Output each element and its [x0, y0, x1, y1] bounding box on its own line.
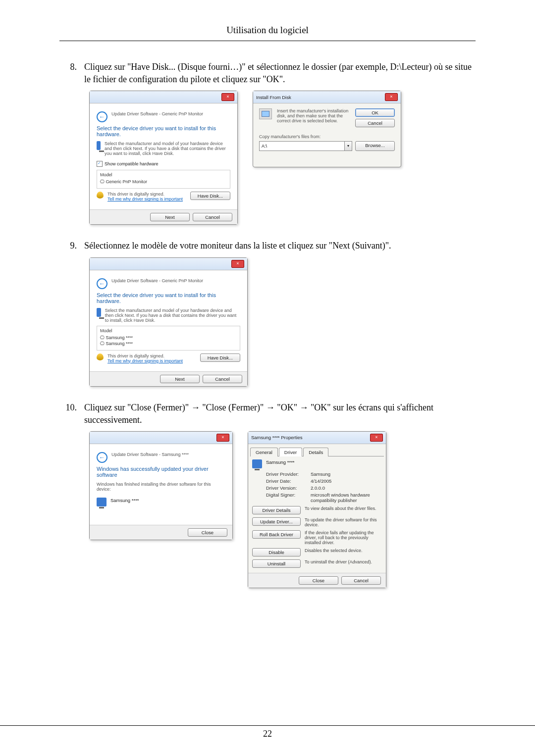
- close-button[interactable]: Close: [188, 528, 227, 537]
- uninstall-button[interactable]: Uninstall: [252, 559, 301, 568]
- show-compatible-checkbox[interactable]: Show compatible hardware: [97, 161, 230, 167]
- dialog-update-driver-1: × ← Update Driver Software - Generic PnP…: [89, 91, 238, 225]
- signed-text: This driver is digitally signed.: [107, 353, 196, 358]
- window-title: Samsung **** Properties: [251, 435, 303, 440]
- signer-key: Digital Signer:: [266, 492, 311, 503]
- chevron-down-icon[interactable]: ▾: [344, 142, 352, 151]
- breadcrumb: Update Driver Software - Generic PnP Mon…: [111, 278, 240, 283]
- rollback-button[interactable]: Roll Back Driver: [252, 530, 301, 539]
- driver-details-desc: To view details about the driver files.: [305, 506, 382, 511]
- disable-desc: Disables the selected device.: [305, 548, 382, 553]
- dialog-heading: Select the device driver you want to ins…: [97, 125, 230, 137]
- breadcrumb: Update Driver Software - Samsung ****: [111, 452, 225, 457]
- copy-from-label: Copy manufacturer's files from:: [259, 134, 395, 139]
- step-text: Cliquez sur "Have Disk... (Disque fourni…: [84, 61, 476, 86]
- provider-key: Driver Provider:: [266, 471, 311, 477]
- step-8: 8. Cliquez sur "Have Disk... (Disque fou…: [59, 61, 476, 86]
- tab-details[interactable]: Details: [303, 448, 328, 456]
- driver-details-button[interactable]: Driver Details: [252, 506, 301, 514]
- next-button[interactable]: Next: [160, 375, 200, 383]
- close-icon[interactable]: ×: [370, 434, 383, 442]
- step-number: 9.: [59, 240, 84, 252]
- page-number: 22: [0, 725, 535, 739]
- have-disk-button[interactable]: Have Disk...: [190, 192, 230, 200]
- dialog-note: Select the manufacturer and model of you…: [105, 308, 240, 323]
- uninstall-desc: To uninstall the driver (Advanced).: [305, 559, 382, 564]
- path-input[interactable]: [260, 142, 344, 151]
- browse-button[interactable]: Browse...: [355, 141, 395, 151]
- tab-general[interactable]: General: [250, 448, 278, 456]
- device-name: Samsung ****: [110, 498, 139, 503]
- disk-icon: [259, 108, 272, 119]
- back-icon[interactable]: ←: [97, 278, 107, 289]
- cancel-button[interactable]: Cancel: [341, 576, 381, 585]
- window-titlebar: Install From Disk ×: [253, 91, 401, 103]
- cancel-button[interactable]: Cancel: [203, 375, 242, 383]
- window-titlebar: ×: [90, 258, 247, 270]
- model-item[interactable]: 🖵 Generic PnP Monitor: [100, 179, 227, 185]
- dialog-properties: Samsung **** Properties × General Driver…: [248, 431, 386, 588]
- window-titlebar: Samsung **** Properties ×: [248, 432, 386, 444]
- close-icon[interactable]: ×: [216, 434, 229, 442]
- monitor-icon: [97, 498, 107, 506]
- rollback-desc: If the device fails after updating the d…: [305, 530, 382, 545]
- shield-icon: [97, 353, 104, 360]
- dialog-update-driver-2: × ← Update Driver Software - Generic PnP…: [89, 257, 248, 387]
- dialog-heading: Windows has successfully updated your dr…: [97, 466, 225, 478]
- model-header: Model: [100, 172, 227, 177]
- step-9: 9. Sélectionnez le modèle de votre monit…: [59, 240, 476, 252]
- step-text: Sélectionnez le modèle de votre moniteur…: [84, 240, 476, 252]
- monitor-icon: [97, 308, 101, 317]
- close-icon[interactable]: ×: [231, 260, 244, 268]
- monitor-icon: [252, 459, 262, 468]
- back-icon[interactable]: ←: [97, 111, 107, 122]
- ok-button[interactable]: OK: [355, 108, 395, 117]
- device-name: Samsung ****: [266, 459, 295, 465]
- window-title: Install From Disk: [256, 95, 291, 100]
- signed-text: This driver is digitally signed.: [107, 192, 186, 197]
- close-button[interactable]: Close: [299, 576, 338, 585]
- breadcrumb: Update Driver Software - Generic PnP Mon…: [111, 111, 230, 116]
- update-driver-button[interactable]: Update Driver...: [252, 517, 301, 526]
- monitor-icon: [97, 141, 101, 150]
- disable-button[interactable]: Disable: [252, 548, 301, 556]
- finished-line: Windows has finished installing the driv…: [97, 482, 225, 492]
- install-message: Insert the manufacturer's installation d…: [277, 108, 350, 127]
- step-10: 10. Cliquez sur "Close (Fermer)" → "Clos…: [59, 402, 476, 426]
- date-key: Driver Date:: [266, 478, 311, 484]
- step-text: Cliquez sur "Close (Fermer)" → "Close (F…: [84, 402, 476, 426]
- signer-value: microsoft windows hardware compatibility…: [311, 492, 382, 503]
- model-header: Model: [100, 328, 237, 333]
- model-item[interactable]: 🖵 Samsung ****: [100, 341, 237, 347]
- close-icon[interactable]: ×: [385, 93, 398, 101]
- version-value: 2.0.0.0: [311, 485, 382, 491]
- update-driver-desc: To update the driver software for this d…: [305, 517, 382, 527]
- dialog-update-success: × ← Update Driver Software - Samsung ***…: [89, 431, 233, 540]
- step-number: 8.: [59, 61, 84, 86]
- dialog-heading: Select the device driver you want to ins…: [97, 292, 240, 304]
- shield-icon: [97, 192, 104, 199]
- date-value: 4/14/2005: [311, 478, 382, 484]
- next-button[interactable]: Next: [150, 213, 190, 221]
- cancel-button[interactable]: Cancel: [193, 213, 232, 221]
- have-disk-button[interactable]: Have Disk...: [200, 353, 240, 362]
- provider-value: Samsung: [311, 471, 382, 477]
- cancel-button[interactable]: Cancel: [355, 119, 395, 127]
- checkbox-icon: [97, 161, 103, 167]
- tab-driver[interactable]: Driver: [279, 448, 302, 456]
- version-key: Driver Version:: [266, 485, 311, 491]
- why-signing-link[interactable]: Tell me why driver signing is important: [107, 358, 196, 363]
- path-combobox[interactable]: ▾: [259, 141, 352, 151]
- window-titlebar: ×: [90, 91, 237, 103]
- window-titlebar: ×: [90, 432, 232, 444]
- step-number: 10.: [59, 402, 84, 426]
- dialog-note: Select the manufacturer and model of you…: [105, 141, 230, 156]
- model-item[interactable]: 🖵 Samsung ****: [100, 335, 237, 341]
- close-icon[interactable]: ×: [221, 93, 234, 101]
- why-signing-link[interactable]: Tell me why driver signing is important: [107, 197, 186, 202]
- dialog-install-from-disk: Install From Disk × Insert the manufactu…: [253, 91, 401, 167]
- back-icon[interactable]: ←: [97, 452, 107, 463]
- page-header: Utilisation du logiciel: [59, 25, 476, 41]
